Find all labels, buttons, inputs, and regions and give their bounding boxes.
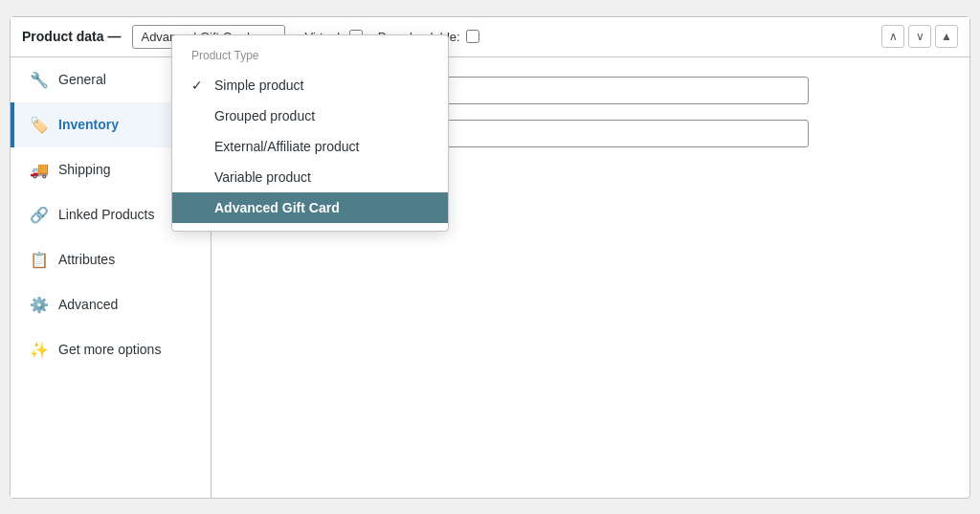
shipping-icon: 🚚 [30,161,49,179]
get-more-options-icon: ✨ [30,341,49,359]
gift-card-label: Advanced Gift Card [214,200,340,215]
dropdown-item-external[interactable]: External/Affiliate product [172,131,448,162]
sidebar-label-inventory: Inventory [58,117,119,132]
sidebar-label-get-more-options: Get more options [58,342,161,357]
linked-products-icon: 🔗 [30,206,49,224]
sidebar-item-advanced[interactable]: ⚙️ Advanced [11,282,211,327]
sidebar-label-linked-products: Linked Products [58,207,154,222]
arrow-up-button[interactable]: ∧ [881,25,904,48]
header-arrows: ∧ ∨ ▲ [881,25,958,48]
arrow-down-button[interactable]: ∨ [908,25,931,48]
arrow-expand-button[interactable]: ▲ [935,25,958,48]
grouped-product-label: Grouped product [214,108,315,123]
downloadable-checkbox[interactable] [466,30,479,43]
sidebar-item-attributes[interactable]: 📋 Attributes [11,237,211,282]
dropdown-header: Product Type [172,43,448,70]
variable-product-label: Variable product [214,169,311,185]
sidebar-item-get-more-options[interactable]: ✨ Get more options [11,327,211,372]
dropdown-item-simple[interactable]: ✓ Simple product [172,70,448,101]
dropdown-item-grouped[interactable]: Grouped product [172,101,448,131]
panel-title: Product data — [22,29,121,44]
inventory-icon: 🏷️ [30,116,49,134]
general-icon: 🔧 [30,71,49,89]
attributes-icon: 📋 [30,251,49,269]
simple-product-label: Simple product [214,78,303,93]
dropdown-item-gift-card[interactable]: Advanced Gift Card [172,192,448,223]
sidebar-label-shipping: Shipping [58,162,111,177]
product-data-panel: Product data — Advanced Gift Card Virtua… [10,16,970,499]
product-type-dropdown[interactable]: Product Type ✓ Simple product Grouped pr… [171,34,449,232]
advanced-icon: ⚙️ [30,296,49,314]
sidebar-label-advanced: Advanced [58,297,118,312]
simple-checkmark: ✓ [191,78,207,93]
panel-header: Product data — Advanced Gift Card Virtua… [11,17,969,57]
sidebar-label-attributes: Attributes [58,252,115,267]
external-product-label: External/Affiliate product [214,139,360,154]
sidebar-label-general: General [58,72,106,87]
panel-body: 🔧 General 🏷️ Inventory 🚚 Shipping 🔗 Link… [11,57,969,498]
dropdown-item-variable[interactable]: Variable product [172,162,448,192]
